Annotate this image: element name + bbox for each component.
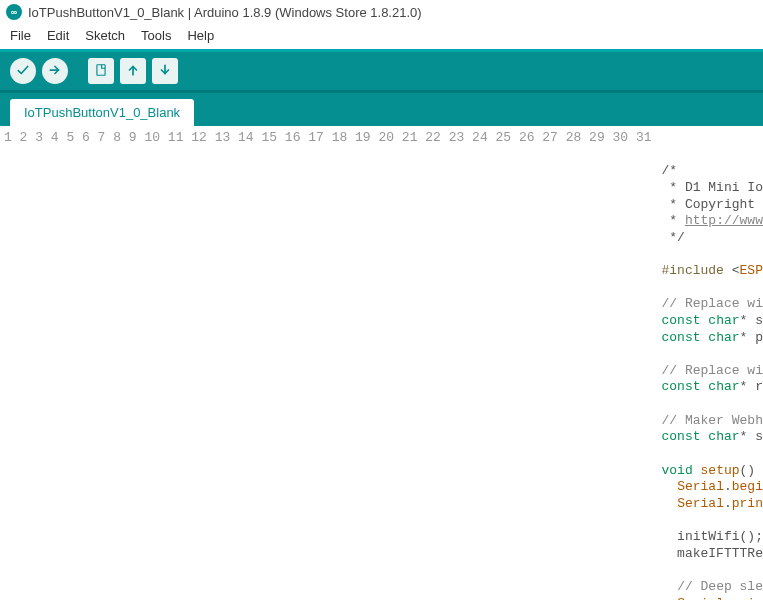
menu-tools[interactable]: Tools [135,26,177,45]
arrow-up-icon [126,63,140,80]
window-titlebar: ∞ IoTPushButtonV1_0_Blank | Arduino 1.8.… [0,0,763,24]
window-title: IoTPushButtonV1_0_Blank | Arduino 1.8.9 … [28,5,422,20]
code-area[interactable]: /* * D1 Mini IoT Button * Copyright cabu… [660,126,763,600]
menu-sketch[interactable]: Sketch [79,26,131,45]
check-icon [16,63,30,80]
tabbar: IoTPushButtonV1_0_Blank [0,93,763,126]
arduino-logo-icon: ∞ [6,4,22,20]
open-sketch-button[interactable] [120,58,146,84]
arrow-right-icon [48,63,62,80]
code-editor[interactable]: 1 2 3 4 5 6 7 8 9 10 11 12 13 14 15 16 1… [0,126,763,600]
file-icon [94,63,108,80]
menu-help[interactable]: Help [181,26,220,45]
line-gutter: 1 2 3 4 5 6 7 8 9 10 11 12 13 14 15 16 1… [0,126,660,600]
arrow-down-icon [158,63,172,80]
menu-edit[interactable]: Edit [41,26,75,45]
upload-button[interactable] [42,58,68,84]
new-sketch-button[interactable] [88,58,114,84]
toolbar [0,49,763,93]
verify-button[interactable] [10,58,36,84]
save-sketch-button[interactable] [152,58,178,84]
tab-active[interactable]: IoTPushButtonV1_0_Blank [10,99,194,126]
menu-file[interactable]: File [4,26,37,45]
menubar: FileEditSketchToolsHelp [0,24,763,49]
